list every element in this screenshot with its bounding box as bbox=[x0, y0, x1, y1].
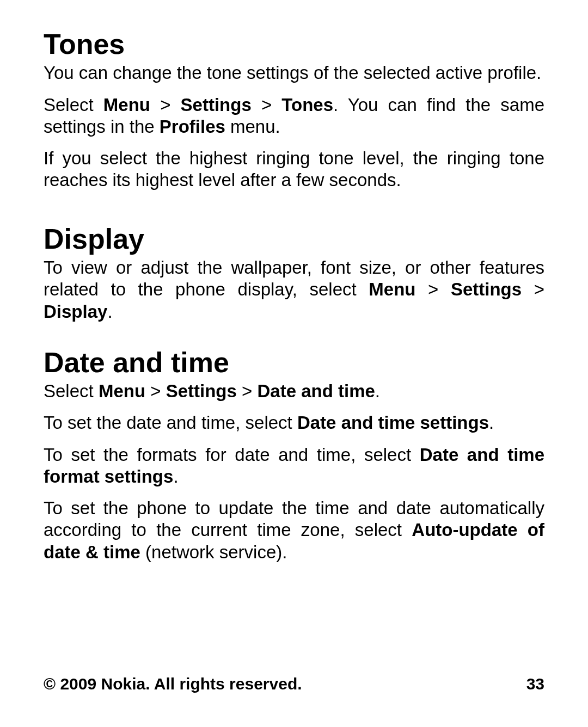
settings-label: Settings bbox=[451, 279, 522, 299]
separator: > bbox=[150, 95, 181, 115]
settings-label: Settings bbox=[166, 381, 237, 401]
separator: > bbox=[252, 95, 282, 115]
page-number: 33 bbox=[526, 675, 544, 693]
spacer bbox=[44, 201, 544, 222]
text: . bbox=[375, 381, 380, 401]
menu-label: Menu bbox=[103, 95, 150, 115]
spacer bbox=[44, 332, 544, 346]
text: (network service). bbox=[140, 542, 287, 562]
separator: > bbox=[237, 381, 258, 401]
date-and-time-settings-label: Date and time settings bbox=[297, 412, 489, 433]
text: Select bbox=[44, 95, 103, 115]
copyright-text: © 2009 Nokia. All rights reserved. bbox=[44, 675, 302, 693]
datetime-paragraph-3: To set the formats for date and time, se… bbox=[44, 444, 544, 488]
text: To set the date and time, select bbox=[44, 412, 297, 433]
separator: > bbox=[522, 279, 544, 299]
heading-tones: Tones bbox=[44, 27, 544, 61]
separator: > bbox=[415, 279, 450, 299]
heading-display: Display bbox=[44, 222, 544, 256]
menu-label: Menu bbox=[369, 279, 415, 299]
heading-date-and-time: Date and time bbox=[44, 346, 544, 379]
tones-paragraph-1: You can change the tone settings of the … bbox=[44, 62, 544, 84]
menu-label: Menu bbox=[99, 381, 145, 401]
datetime-paragraph-1: Select Menu > Settings > Date and time. bbox=[44, 380, 544, 402]
datetime-paragraph-4: To set the phone to update the time and … bbox=[44, 497, 544, 563]
tones-label: Tones bbox=[281, 95, 333, 115]
text: menu. bbox=[225, 116, 280, 137]
text: . bbox=[107, 301, 112, 322]
tones-paragraph-3: If you select the highest ringing tone l… bbox=[44, 147, 544, 192]
text: Select bbox=[44, 381, 99, 401]
text: To set the formats for date and time, se… bbox=[44, 445, 420, 465]
tones-paragraph-2: Select Menu > Settings > Tones. You can … bbox=[44, 94, 544, 138]
date-and-time-label: Date and time bbox=[257, 381, 375, 401]
text: . bbox=[489, 412, 494, 433]
datetime-paragraph-2: To set the date and time, select Date an… bbox=[44, 412, 544, 434]
page-footer: © 2009 Nokia. All rights reserved. 33 bbox=[44, 675, 544, 693]
display-paragraph-1: To view or adjust the wallpaper, font si… bbox=[44, 257, 544, 323]
manual-page: Tones You can change the tone settings o… bbox=[0, 0, 588, 727]
text: . bbox=[173, 466, 178, 486]
settings-label: Settings bbox=[181, 95, 252, 115]
display-label: Display bbox=[44, 301, 107, 322]
separator: > bbox=[145, 381, 166, 401]
profiles-label: Profiles bbox=[160, 116, 225, 137]
